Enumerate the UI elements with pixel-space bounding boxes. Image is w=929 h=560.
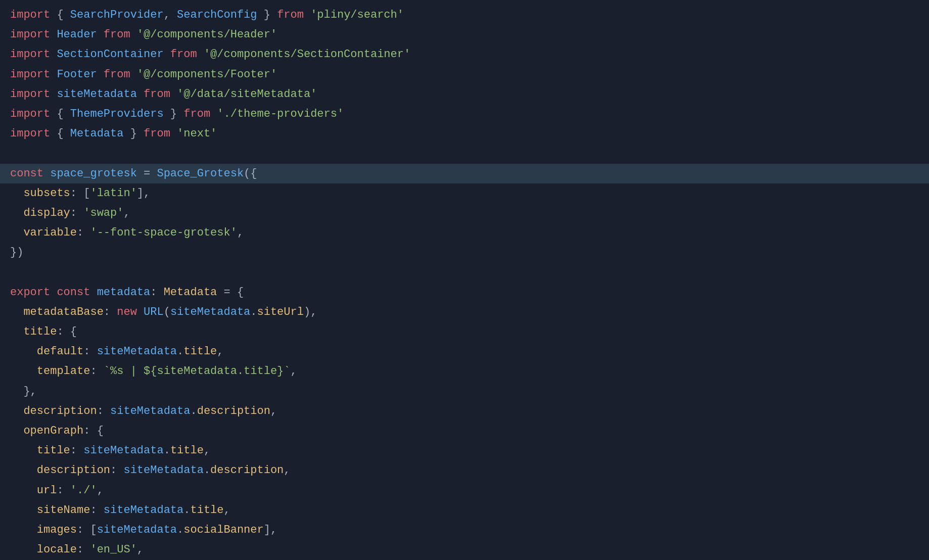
code-line-12: variable: '--font-space-grotesk', <box>0 223 929 243</box>
token-default-text: , <box>123 207 130 219</box>
token-prop: locale <box>37 543 77 556</box>
token-kw-import: import <box>10 88 50 101</box>
token-prop: openGraph <box>23 425 83 437</box>
token-default-text: , <box>291 365 297 378</box>
token-default-text: , <box>137 543 144 556</box>
token-default-text <box>10 405 23 417</box>
code-line-26: siteName: siteMetadata.title, <box>0 500 929 520</box>
token-default-text: ], <box>137 187 150 200</box>
token-default-text <box>170 88 177 101</box>
token-kw-from: from <box>170 48 197 61</box>
token-val-blue: metadata <box>97 286 151 299</box>
token-default-text: ), <box>304 306 317 318</box>
code-line-10: subsets: ['latin'], <box>0 183 929 203</box>
token-default-text <box>50 88 57 101</box>
code-line-17: title: { <box>0 322 929 342</box>
token-kw-import: import <box>10 108 50 120</box>
token-fn-name: ThemeProviders <box>70 108 164 120</box>
token-default-text <box>137 306 144 318</box>
token-default-text: { <box>50 9 70 21</box>
token-default-text: : <box>57 484 70 497</box>
token-val-blue: space_grotesk <box>50 167 137 180</box>
code-line-28: locale: 'en_US', <box>0 540 929 559</box>
token-default-text: }) <box>10 246 23 259</box>
token-prop: default <box>37 345 83 358</box>
token-prop: description <box>23 405 97 417</box>
token-default-text: , <box>284 464 290 477</box>
token-default-text <box>10 365 37 378</box>
token-string: 'pliny/search' <box>310 9 404 21</box>
token-kw-from: from <box>144 127 170 140</box>
token-default-text <box>130 68 137 81</box>
token-default-text: . <box>183 504 190 517</box>
code-line-27: images: [siteMetadata.socialBanner], <box>0 520 929 540</box>
token-kw-import: import <box>10 127 50 140</box>
token-url-fn: URL <box>144 306 164 318</box>
token-val-blue: siteMetadata <box>83 444 163 457</box>
token-default-text: . <box>250 306 257 318</box>
token-default-text: , <box>270 405 277 417</box>
token-default-text: : <box>70 444 83 457</box>
token-string: `%s | ${siteMetadata.title}` <box>104 365 291 378</box>
token-default-text <box>197 48 204 61</box>
token-prop: description <box>37 464 110 477</box>
token-default-text <box>10 464 37 477</box>
token-default-text: : <box>77 543 90 556</box>
code-line-8 <box>0 144 929 163</box>
token-fn-name: SearchConfig <box>177 9 257 21</box>
token-default-text: } <box>257 9 277 21</box>
token-default-text: , <box>164 9 177 21</box>
token-default-text: ({ <box>244 167 257 180</box>
token-fn-name: SectionContainer <box>57 48 163 61</box>
token-string: './' <box>70 484 97 497</box>
token-default-text: : <box>83 345 97 358</box>
token-default-text: : { <box>83 425 104 437</box>
token-fn-name: Footer <box>57 68 97 81</box>
token-default-text: : { <box>57 325 77 338</box>
token-default-text <box>97 68 104 81</box>
token-prop: title <box>183 345 217 358</box>
code-line-21: description: siteMetadata.description, <box>0 401 929 421</box>
token-prop: template <box>37 365 90 378</box>
token-prop: metadataBase <box>23 306 103 318</box>
token-kw-from: from <box>183 108 210 120</box>
token-string: 'swap' <box>83 207 123 219</box>
token-default-text: , <box>217 345 223 358</box>
token-kw-from: from <box>144 88 170 101</box>
token-default-text: , <box>224 504 230 517</box>
token-default-text <box>10 484 37 497</box>
token-default-text: . <box>177 524 183 536</box>
code-line-24: description: siteMetadata.description, <box>0 460 929 480</box>
token-default-text: : [ <box>70 187 90 200</box>
token-val-blue: siteMetadata <box>170 306 250 318</box>
token-default-text <box>10 306 23 318</box>
code-line-5: import siteMetadata from '@/data/siteMet… <box>0 84 929 104</box>
token-kw-from: from <box>277 9 304 21</box>
code-line-16: metadataBase: new URL(siteMetadata.siteU… <box>0 302 929 322</box>
token-fn-name: Metadata <box>70 127 124 140</box>
token-default-text <box>164 48 170 61</box>
token-fn-name: siteMetadata <box>57 88 136 101</box>
token-default-text: : <box>90 365 103 378</box>
code-line-1: import { SearchProvider, SearchConfig } … <box>0 5 929 25</box>
token-string: 'latin' <box>90 187 136 200</box>
token-val-blue: siteMetadata <box>123 464 203 477</box>
token-string: './theme-providers' <box>217 108 344 120</box>
code-line-20: }, <box>0 382 929 401</box>
token-default-text: . <box>177 345 183 358</box>
token-fn-name: Space_Grotesk <box>157 167 244 180</box>
token-string: '@/components/SectionContainer' <box>204 48 410 61</box>
code-line-7: import { Metadata } from 'next' <box>0 124 929 144</box>
token-default-text <box>10 543 37 556</box>
token-kw-new: new <box>117 306 137 318</box>
token-fn-name: Header <box>57 28 97 41</box>
token-default-text <box>50 48 57 61</box>
token-default-text <box>10 187 23 200</box>
token-kw-from: from <box>104 28 130 41</box>
token-default-text <box>10 425 23 437</box>
token-prop: description <box>210 464 284 477</box>
token-default-text: } <box>164 108 184 120</box>
token-val-blue: siteMetadata <box>110 405 190 417</box>
token-default-text: }, <box>10 385 37 398</box>
token-kw-const: const <box>57 286 90 299</box>
